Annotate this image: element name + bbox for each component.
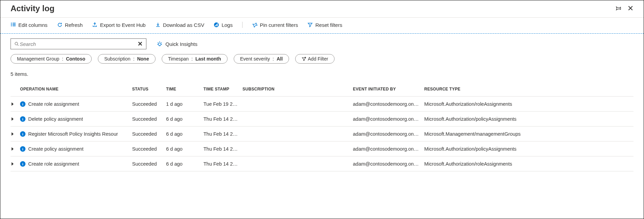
edit-columns-button[interactable]: Edit columns xyxy=(11,22,48,28)
pin-filters-button[interactable]: Pin current filters xyxy=(252,22,298,28)
svg-rect-7 xyxy=(215,25,216,26)
filter-event-severity[interactable]: Event severity : All xyxy=(234,54,289,64)
download-icon xyxy=(155,22,161,28)
export-icon xyxy=(92,22,97,28)
insights-icon xyxy=(157,41,163,47)
expand-caret-icon[interactable] xyxy=(11,117,15,121)
filter-management-group[interactable]: Management Group : Contoso xyxy=(11,54,92,64)
col-timestamp[interactable]: TIME STAMP xyxy=(202,87,241,91)
timestamp: Thu Feb 14 2… xyxy=(202,116,241,122)
col-resource-type[interactable]: RESOURCE TYPE xyxy=(423,87,633,91)
status: Succeeded xyxy=(131,131,165,137)
logs-icon xyxy=(214,22,219,28)
svg-rect-2 xyxy=(11,26,12,26)
filter-timespan[interactable]: Timespan : Last month xyxy=(162,54,228,64)
info-icon: i xyxy=(20,161,25,167)
svg-rect-5 xyxy=(13,26,16,26)
pin-filters-label: Pin current filters xyxy=(260,22,298,28)
filter-value: None xyxy=(137,56,149,62)
resource-type: Microsoft.Management/managementGroups xyxy=(423,131,633,137)
columns-icon xyxy=(11,22,16,28)
svg-rect-0 xyxy=(11,23,12,23)
reset-filters-label: Reset filters xyxy=(315,22,342,28)
search-icon xyxy=(14,41,19,46)
filter-label: Management Group xyxy=(17,56,59,62)
status: Succeeded xyxy=(131,146,165,152)
filter-label: Subscription xyxy=(104,56,130,62)
resource-type: Microsoft.Authorization/policyAssignment… xyxy=(423,146,633,152)
expand-caret-icon[interactable] xyxy=(11,147,15,151)
reset-filters-icon xyxy=(307,22,313,28)
logs-button[interactable]: Logs xyxy=(214,22,233,28)
quick-insights-button[interactable]: Quick Insights xyxy=(157,41,197,47)
col-status[interactable]: STATUS xyxy=(131,87,165,91)
filter-value: All xyxy=(276,56,283,62)
export-label: Export to Event Hub xyxy=(100,22,145,28)
initiated-by: adam@contosodemoorg.on… xyxy=(352,161,423,167)
table-row[interactable]: i Delete policy assignment Succeeded 6 d… xyxy=(11,112,633,127)
info-icon: i xyxy=(20,116,25,122)
info-icon: i xyxy=(20,131,25,137)
expand-caret-icon[interactable] xyxy=(11,102,15,106)
close-icon[interactable]: ✕ xyxy=(627,5,633,12)
svg-rect-4 xyxy=(13,24,16,25)
timestamp: Thu Feb 14 2… xyxy=(202,146,241,152)
info-icon: i xyxy=(20,146,25,152)
initiated-by: adam@contosodemoorg.on… xyxy=(352,116,423,122)
grid-header: OPERATION NAME STATUS TIME TIME STAMP SU… xyxy=(11,82,633,97)
clear-icon[interactable]: ✕ xyxy=(138,40,143,48)
svg-point-11 xyxy=(158,43,161,46)
initiated-by: adam@contosodemoorg.on… xyxy=(352,146,423,152)
download-csv-button[interactable]: Download as CSV xyxy=(155,22,204,28)
command-bar: Edit columns Refresh Export to Event Hub… xyxy=(0,18,644,34)
info-icon: i xyxy=(20,101,25,107)
logs-label: Logs xyxy=(221,22,233,28)
timestamp: Thu Feb 14 2… xyxy=(202,131,241,137)
col-initiated-by[interactable]: EVENT INITIATED BY xyxy=(352,87,423,91)
col-subscription[interactable]: SUBSCRIPTION xyxy=(241,87,352,91)
col-operation[interactable]: OPERATION NAME xyxy=(19,87,131,91)
resource-type: Microsoft.Authorization/policyAssignment… xyxy=(423,116,633,122)
table-row[interactable]: i Create policy assignment Succeeded 6 d… xyxy=(11,141,633,156)
operation-name: Create role assignment xyxy=(28,101,79,107)
export-event-hub-button[interactable]: Export to Event Hub xyxy=(92,22,145,28)
page-title: Activity log xyxy=(11,4,54,13)
reset-filters-button[interactable]: Reset filters xyxy=(307,22,342,28)
filter-subscription[interactable]: Subscription : None xyxy=(98,54,156,64)
filter-value: Last month xyxy=(195,56,221,62)
time: 6 d ago xyxy=(165,131,202,137)
initiated-by: adam@contosodemoorg.on… xyxy=(352,101,423,107)
search-box[interactable]: ✕ xyxy=(11,38,146,49)
activity-grid: OPERATION NAME STATUS TIME TIME STAMP SU… xyxy=(11,82,633,171)
time: 6 d ago xyxy=(165,146,202,152)
item-count: 5 items. xyxy=(0,68,644,82)
table-row[interactable]: i Create role assignment Succeeded 1 d a… xyxy=(11,97,633,112)
search-input[interactable] xyxy=(19,41,138,47)
table-row[interactable]: i Register Microsoft Policy Insights Res… xyxy=(11,127,633,141)
timestamp: Tue Feb 19 2… xyxy=(202,101,241,107)
status: Succeeded xyxy=(131,116,165,122)
download-label: Download as CSV xyxy=(163,22,204,28)
svg-point-10 xyxy=(15,42,18,45)
filter-bar: Management Group : Contoso Subscription … xyxy=(0,53,644,68)
table-row[interactable]: i Create role assignment Succeeded 6 d a… xyxy=(11,156,633,171)
svg-rect-8 xyxy=(216,24,217,26)
expand-caret-icon[interactable] xyxy=(11,162,15,166)
time: 6 d ago xyxy=(165,116,202,122)
col-time[interactable]: TIME xyxy=(165,87,202,91)
initiated-by: adam@contosodemoorg.on… xyxy=(352,131,423,137)
operation-name: Create role assignment xyxy=(28,161,79,167)
status: Succeeded xyxy=(131,161,165,167)
add-filter-label: Add Filter xyxy=(308,56,328,62)
svg-rect-3 xyxy=(13,23,16,23)
pin-filters-icon xyxy=(252,22,257,28)
expand-caret-icon[interactable] xyxy=(11,132,15,136)
add-filter-button[interactable]: Add Filter xyxy=(295,54,335,64)
timestamp: Thu Feb 14 2… xyxy=(202,161,241,167)
time: 1 d ago xyxy=(165,101,202,107)
refresh-label: Refresh xyxy=(65,22,83,28)
pin-icon[interactable] xyxy=(615,5,621,12)
refresh-button[interactable]: Refresh xyxy=(57,22,83,28)
header-actions: ✕ xyxy=(615,5,633,12)
filter-label: Timespan xyxy=(168,56,189,62)
